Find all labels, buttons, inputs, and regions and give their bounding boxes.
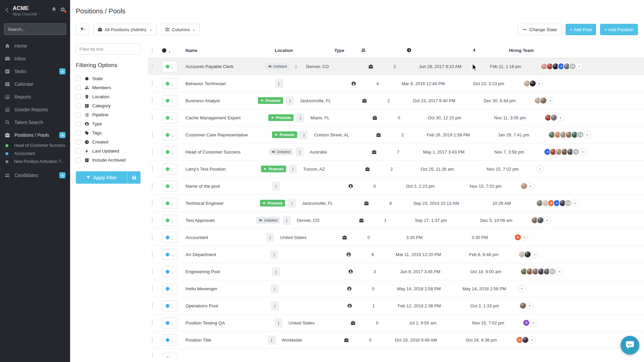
column-header-location[interactable]: Location xyxy=(275,48,330,53)
add-team-member-button[interactable]: + xyxy=(531,251,538,258)
table-row[interactable]: Behavior Technician4Mar 8, 2019 12:44 PM… xyxy=(148,75,644,92)
table-row[interactable]: Engineering Pool3Jun 8, 2017 3:45 PMOct … xyxy=(148,263,644,280)
filter-option-pipeline[interactable]: Pipeline xyxy=(76,110,141,119)
filter-text-input[interactable] xyxy=(76,43,141,55)
row-name-link[interactable]: Technical Engineer xyxy=(185,201,224,206)
row-name-link[interactable]: Customer Care Representative xyxy=(185,132,248,137)
save-filter-button[interactable] xyxy=(127,171,141,184)
state-pill-dropdown[interactable] xyxy=(162,61,177,72)
row-checkbox[interactable] xyxy=(152,302,153,309)
state-pill-dropdown[interactable] xyxy=(162,249,177,260)
add-team-member-button[interactable]: + xyxy=(571,199,579,207)
filter-option-members[interactable]: Members xyxy=(76,83,141,92)
add-team-member-button[interactable]: + xyxy=(546,97,554,104)
add-team-member-button[interactable]: + xyxy=(521,234,528,241)
filter-option-include-archived[interactable]: Include Archived xyxy=(76,156,141,165)
state-pill-dropdown[interactable] xyxy=(162,95,177,106)
state-pill-dropdown[interactable] xyxy=(162,146,177,158)
team-member-avatar[interactable] xyxy=(519,302,527,309)
row-menu-button[interactable] xyxy=(271,301,279,310)
chat-launcher-button[interactable] xyxy=(621,336,639,355)
sidebar-item-calendar[interactable]: Calendar xyxy=(0,78,70,90)
row-menu-button[interactable] xyxy=(266,233,274,242)
row-menu-button[interactable] xyxy=(300,130,308,139)
state-pill-dropdown[interactable] xyxy=(162,335,177,346)
row-name-link[interactable]: Engineering Pool xyxy=(185,269,220,274)
filter-collapse-button[interactable] xyxy=(76,24,89,35)
sidebar-item-reports[interactable]: Reports xyxy=(0,90,70,103)
row-name-link[interactable]: Position Title xyxy=(185,338,211,343)
more-members-badge[interactable]: +2 xyxy=(572,148,580,156)
row-checkbox[interactable] xyxy=(152,234,153,240)
row-name-link[interactable]: Business Analyst xyxy=(185,98,220,103)
row-checkbox[interactable] xyxy=(152,251,153,257)
gear-icon[interactable] xyxy=(60,7,65,12)
checkbox[interactable] xyxy=(76,112,81,117)
checkbox[interactable] xyxy=(76,121,81,126)
table-row[interactable]: Position Testing QAUnited States0Jul 1, … xyxy=(148,314,644,331)
column-header-name[interactable]: Name xyxy=(185,48,261,53)
state-filter-dropdown[interactable] xyxy=(162,48,171,53)
table-row[interactable]: Art Department6Mar 11, 2019 12:20 PMFeb … xyxy=(148,246,644,263)
promote-badge[interactable]: Promote xyxy=(268,114,294,121)
state-pill-dropdown[interactable] xyxy=(162,266,177,277)
state-pill-dropdown[interactable] xyxy=(162,215,177,226)
checkbox[interactable] xyxy=(76,139,81,144)
filter-option-state[interactable]: State xyxy=(76,74,141,83)
row-menu-button[interactable] xyxy=(289,165,297,174)
table-row[interactable]: Position TitleWorldwide0Oct 18, 2018 9:4… xyxy=(148,331,644,349)
row-menu-button[interactable] xyxy=(274,318,282,327)
state-pill-dropdown[interactable] xyxy=(162,129,177,140)
state-pill-dropdown[interactable] xyxy=(162,164,177,175)
row-name-link[interactable]: Art Department xyxy=(185,252,216,257)
add-badge[interactable]: + xyxy=(59,132,65,138)
sidebar-item-home[interactable]: Home xyxy=(0,40,70,52)
apply-filter-button[interactable]: Apply Filter xyxy=(76,171,141,184)
row-name-link[interactable]: Name of the pool xyxy=(185,184,220,189)
add-team-member-button[interactable]: + xyxy=(557,114,564,121)
table-row[interactable]: Hello Mesenger0May 14, 2018 2:58 PMMay 1… xyxy=(148,280,644,297)
more-members-badge[interactable]: +12 xyxy=(565,199,572,207)
row-checkbox[interactable] xyxy=(152,97,153,104)
row-name-link[interactable]: Test Approvals xyxy=(185,218,215,223)
more-members-badge[interactable]: +1 xyxy=(549,268,556,275)
checkbox[interactable] xyxy=(76,94,81,99)
row-name-link[interactable]: Operations Pool xyxy=(185,303,218,308)
table-row[interactable]: Larry's Test PositionPromoteTuscon, AZ2O… xyxy=(148,161,644,178)
row-checkbox[interactable] xyxy=(152,80,153,86)
checkbox[interactable] xyxy=(76,85,81,90)
state-pill-dropdown[interactable] xyxy=(162,300,177,311)
add-team-member-button[interactable]: + xyxy=(579,148,586,156)
state-pill-dropdown[interactable] xyxy=(162,232,177,243)
row-name-link[interactable]: Accountant xyxy=(185,235,208,240)
state-pill-dropdown[interactable] xyxy=(162,198,177,209)
checkbox[interactable] xyxy=(76,130,81,135)
columns-dropdown[interactable]: Columns xyxy=(161,24,200,35)
row-menu-button[interactable] xyxy=(292,62,300,71)
row-checkbox[interactable] xyxy=(152,217,153,223)
table-row[interactable]: Name of the pool0Oct 2, 2:23 pmNov 15, 7… xyxy=(148,178,644,195)
table-row-partial[interactable] xyxy=(148,349,644,357)
initial-avatar[interactable]: N xyxy=(514,234,522,241)
row-name-link[interactable]: Position Testing QA xyxy=(185,320,225,325)
table-row[interactable]: Accounts Payable ClerkUnlistedDenver, CO… xyxy=(148,58,644,75)
row-menu-button[interactable] xyxy=(296,147,304,157)
add-pool-button[interactable]: + Add Pool xyxy=(566,24,596,35)
checkbox[interactable] xyxy=(76,158,81,163)
team-member-avatar[interactable] xyxy=(520,182,528,190)
sidebar-subitem[interactable]: Accountant xyxy=(0,149,70,158)
sidebar-subitem[interactable]: New Position Activation Te... xyxy=(0,158,70,166)
row-checkbox[interactable] xyxy=(152,200,153,206)
add-team-member-button[interactable]: + xyxy=(527,182,534,190)
row-menu-button[interactable] xyxy=(270,250,278,259)
sidebar-item-tasks[interactable]: Tasks+ xyxy=(0,65,70,78)
created-column-icon[interactable] xyxy=(407,48,412,53)
row-checkbox[interactable] xyxy=(152,114,153,121)
row-name-link[interactable]: Accounts Payable Clerk xyxy=(185,64,233,69)
sidebar-item-gooder-reports[interactable]: Gooder Reports xyxy=(0,103,70,116)
add-team-member-button[interactable]: + xyxy=(576,63,583,70)
table-row[interactable]: Test ApprovalsUnlistedDenver, CO1Sep 27,… xyxy=(148,212,644,229)
add-team-member-button[interactable]: + xyxy=(543,217,551,224)
table-row[interactable]: Customer Care RepresentativePromoteColst… xyxy=(148,126,644,143)
table-row[interactable]: Technical EngineerPromoteJacksonville, F… xyxy=(148,195,644,212)
